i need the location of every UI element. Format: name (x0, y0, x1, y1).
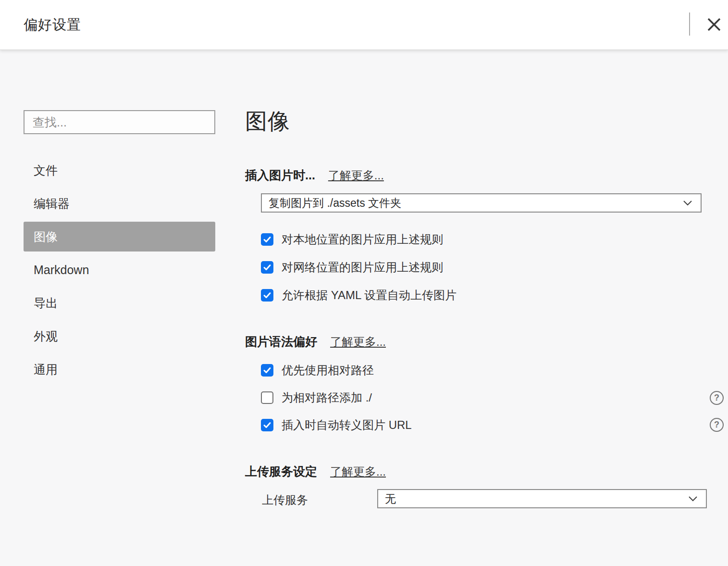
preferences-window: 偏好设置 文件 编辑器 图像 Markdown 导出 外观 通用 图像 插入图片… (0, 0, 728, 566)
checkbox-label: 对本地位置的图片应用上述规则 (282, 232, 443, 247)
checkbox-unchecked-icon[interactable] (261, 391, 273, 404)
checkmark-icon (263, 291, 271, 300)
insert-image-action-select[interactable]: 复制图片到 ./assets 文件夹 (261, 193, 702, 213)
checkbox-label: 对网络位置的图片应用上述规则 (282, 260, 443, 275)
checkbox-row-prefer-relative-path[interactable]: 优先使用相对路径 (261, 364, 374, 377)
page-title: 图像 (245, 107, 290, 137)
upload-service-select[interactable]: 无 (377, 489, 707, 508)
checkmark-icon (263, 235, 271, 244)
sidebar-item-export[interactable]: 导出 (24, 288, 215, 318)
checkbox-checked-icon[interactable] (261, 364, 273, 377)
sidebar-item-files[interactable]: 文件 (24, 155, 215, 185)
checkmark-icon (263, 366, 271, 375)
close-button[interactable] (702, 12, 727, 37)
checkbox-label: 为相对路径添加 ./ (282, 390, 372, 405)
section-header-insert-image: 插入图片时... 了解更多... (245, 167, 384, 183)
section-header-upload-service: 上传服务设定 了解更多... (245, 464, 386, 479)
titlebar-divider (689, 13, 690, 36)
checkbox-row-yaml-auto-upload[interactable]: 允许根据 YAML 设置自动上传图片 (261, 289, 457, 302)
help-icon[interactable]: ? (710, 418, 724, 432)
chevron-down-icon (688, 496, 698, 502)
checkbox-checked-icon[interactable] (261, 233, 273, 246)
close-icon (706, 16, 722, 33)
sidebar-nav: 文件 编辑器 图像 Markdown 导出 外观 通用 (24, 155, 215, 388)
learn-more-link-insert[interactable]: 了解更多... (328, 168, 384, 183)
checkbox-row-apply-local-images[interactable]: 对本地位置的图片应用上述规则 (261, 233, 443, 246)
titlebar: 偏好设置 (0, 0, 728, 50)
upload-service-label: 上传服务 (262, 492, 308, 508)
sidebar-item-appearance[interactable]: 外观 (24, 321, 215, 351)
checkmark-icon (263, 421, 271, 429)
section-header-image-syntax: 图片语法偏好 了解更多... (245, 334, 386, 350)
search-input[interactable] (24, 110, 215, 134)
checkbox-label: 允许根据 YAML 设置自动上传图片 (282, 288, 457, 303)
sidebar-item-image[interactable]: 图像 (24, 222, 215, 252)
sidebar-item-markdown[interactable]: Markdown (24, 255, 215, 285)
help-icon[interactable]: ? (710, 391, 724, 405)
checkbox-label: 插入时自动转义图片 URL (282, 417, 412, 433)
section-title-insert-image: 插入图片时... (245, 167, 315, 183)
section-title-image-syntax: 图片语法偏好 (245, 334, 317, 350)
upload-service-value: 无 (385, 491, 396, 506)
section-title-upload-service: 上传服务设定 (245, 464, 317, 479)
checkbox-label: 优先使用相对路径 (282, 363, 374, 378)
checkbox-row-add-dot-slash[interactable]: 为相对路径添加 ./ (261, 391, 372, 404)
sidebar-item-editor[interactable]: 编辑器 (24, 189, 215, 218)
insert-image-action-value: 复制图片到 ./assets 文件夹 (269, 196, 401, 211)
checkbox-row-auto-escape-url[interactable]: 插入时自动转义图片 URL (261, 418, 412, 432)
checkbox-checked-icon[interactable] (261, 289, 273, 302)
learn-more-link-syntax[interactable]: 了解更多... (330, 334, 386, 350)
checkbox-checked-icon[interactable] (261, 261, 273, 274)
window-title: 偏好设置 (24, 0, 81, 50)
sidebar-item-general[interactable]: 通用 (24, 354, 215, 384)
learn-more-link-upload[interactable]: 了解更多... (330, 464, 386, 479)
checkbox-row-apply-web-images[interactable]: 对网络位置的图片应用上述规则 (261, 261, 443, 274)
checkbox-checked-icon[interactable] (261, 419, 273, 431)
checkmark-icon (263, 263, 271, 272)
chevron-down-icon (683, 200, 692, 206)
